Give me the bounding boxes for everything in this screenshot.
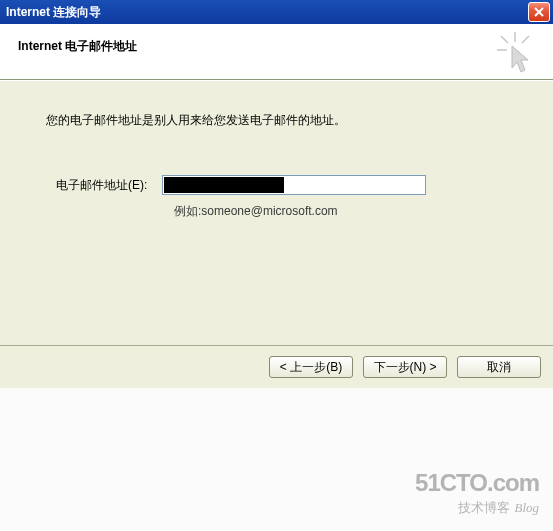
watermark-logo: 51CTO.com [415, 469, 539, 497]
wizard-content: 您的电子邮件地址是别人用来给您发送电子邮件的地址。 电子邮件地址(E): 例如:… [0, 80, 553, 345]
titlebar: Internet 连接向导 [0, 0, 553, 24]
email-input[interactable] [162, 175, 426, 195]
example-value: someone@microsoft.com [201, 204, 337, 218]
back-button[interactable]: < 上一步(B) [269, 356, 353, 378]
watermark: 51CTO.com 技术博客 Blog [415, 469, 539, 517]
example-prefix: 例如: [174, 204, 201, 218]
page-background: 51CTO.com 技术博客 Blog [0, 388, 553, 531]
wizard-header: Internet 电子邮件地址 [0, 24, 553, 80]
watermark-en: Blog [514, 500, 539, 516]
watermark-subtitle: 技术博客 Blog [415, 499, 539, 517]
description-text: 您的电子邮件地址是别人用来给您发送电子邮件的地址。 [46, 111, 507, 129]
cursor-decoration-icon [497, 32, 533, 77]
email-label: 电子邮件地址(E): [46, 177, 162, 194]
svg-line-1 [501, 36, 508, 43]
next-button[interactable]: 下一步(N) > [363, 356, 447, 378]
close-button[interactable] [528, 2, 550, 22]
example-text: 例如:someone@microsoft.com [174, 203, 507, 220]
window-title: Internet 连接向导 [6, 4, 101, 21]
wizard-dialog: Internet 连接向导 Internet 电子邮件地址 您的电子邮件地址是别… [0, 0, 553, 390]
cancel-button[interactable]: 取消 [457, 356, 541, 378]
redacted-text [164, 177, 284, 193]
email-row: 电子邮件地址(E): [46, 175, 507, 195]
close-icon [534, 7, 544, 17]
button-bar: < 上一步(B) 下一步(N) > 取消 [0, 345, 553, 390]
svg-line-2 [522, 36, 529, 43]
watermark-cn: 技术博客 [458, 499, 510, 517]
page-title: Internet 电子邮件地址 [18, 38, 553, 55]
